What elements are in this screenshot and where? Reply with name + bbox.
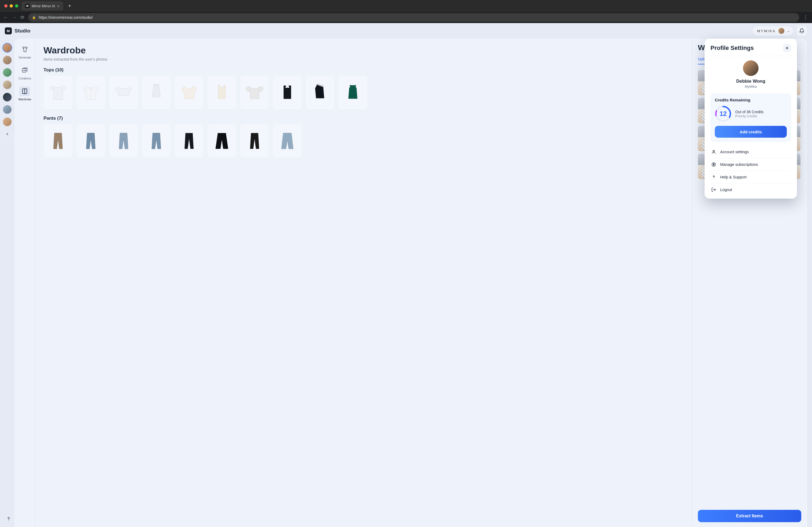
forward-icon[interactable]: → [12, 15, 17, 20]
shirt-sparkle-icon [19, 45, 30, 54]
nav-wardrobe[interactable]: Wardrobe [18, 86, 31, 101]
user-icon [711, 149, 716, 154]
wardrobe-item[interactable] [142, 124, 171, 158]
model-avatar[interactable] [3, 80, 12, 89]
wardrobe-item[interactable] [44, 124, 73, 158]
brand: M Studio [5, 27, 30, 34]
divider [709, 56, 792, 56]
one-shoulder-icon [309, 80, 331, 106]
wardrobe-item[interactable] [240, 124, 269, 158]
tab-close-icon[interactable]: × [57, 4, 60, 8]
credits-ring: 12 [715, 105, 731, 122]
minimize-window-icon[interactable] [10, 4, 13, 7]
nav-creations[interactable]: Creations [18, 65, 31, 80]
lock-icon: 🔒 [32, 16, 36, 19]
jeans-icon [79, 128, 102, 154]
window-controls[interactable] [3, 4, 18, 7]
browser-chrome: M Mirror Mirror AI × + ← → ⟳ 🔒 https://m… [0, 0, 812, 23]
credits-card: Credits Remaining 12 Out of 36 Credits P… [710, 93, 791, 142]
popover-header: Profile Settings [710, 44, 791, 52]
model-avatar[interactable] [3, 93, 12, 102]
wardrobe-item[interactable] [338, 76, 367, 110]
tank-top-icon [211, 80, 233, 106]
model-avatar[interactable] [3, 118, 12, 126]
svg-point-9 [713, 178, 714, 179]
side-nav: Generate Creations Wardrobe [14, 39, 35, 527]
logout-icon [711, 187, 716, 192]
page-title: Wardrobe [44, 45, 684, 56]
add-model-button[interactable]: + [3, 130, 12, 138]
close-window-icon[interactable] [4, 4, 8, 7]
section-pants: Pants (7) [44, 116, 684, 158]
wardrobe-item[interactable] [207, 76, 236, 110]
extract-items-button[interactable]: Extract Items [698, 510, 801, 522]
credits-title: Credits Remaining [715, 98, 787, 102]
wardrobe-item[interactable] [109, 76, 138, 110]
wardrobe-item[interactable] [175, 124, 204, 158]
app-topbar: M Studio MYMIKA ⌄ [0, 23, 812, 39]
wardrobe-item[interactable] [306, 76, 335, 110]
refresh-dollar-icon [711, 162, 716, 167]
wardrobe-item[interactable] [109, 124, 138, 158]
url-bar[interactable]: 🔒 https://mirrormirrorai.com/studio/ [28, 13, 799, 22]
wardrobe-icon [19, 86, 30, 96]
model-avatar[interactable] [3, 68, 12, 77]
menu-help-support[interactable]: Help & Support [710, 171, 791, 183]
pants-icon [211, 128, 233, 154]
account-badge-label: MYMIKA [757, 29, 776, 33]
wardrobe-item[interactable] [175, 76, 204, 110]
menu-label: Account settings [720, 150, 749, 154]
wardrobe-item[interactable] [240, 76, 269, 110]
brand-mark-icon: M [5, 27, 12, 34]
halter-top-icon [145, 80, 168, 106]
puff-sleeve-icon [243, 80, 266, 106]
help-floater[interactable]: ? [5, 515, 12, 523]
main-card: Generate Creations Wardrobe Wardrobe Ite… [14, 39, 807, 527]
new-tab-button[interactable]: + [66, 3, 73, 9]
profile-avatar [743, 60, 758, 76]
back-icon[interactable]: ← [3, 15, 8, 20]
wardrobe-item[interactable] [76, 76, 105, 110]
wardrobe-item[interactable] [76, 124, 105, 158]
chevron-down-icon: ⌄ [787, 29, 790, 33]
wardrobe-item[interactable] [273, 76, 302, 110]
account-switcher[interactable]: MYMIKA ⌄ [753, 26, 793, 36]
tab-strip: M Mirror Mirror AI × + [0, 0, 812, 12]
crop-top-icon [112, 80, 135, 106]
jeans-icon [276, 128, 299, 154]
wardrobe-item[interactable] [142, 76, 171, 110]
wardrobe-item[interactable] [44, 76, 73, 110]
blouse-icon [178, 80, 200, 106]
question-icon [711, 175, 716, 180]
sleeveless-top-icon [276, 80, 299, 106]
add-credits-button[interactable]: Add credits [715, 126, 787, 138]
model-avatar[interactable] [3, 44, 12, 52]
reload-icon[interactable]: ⟳ [20, 15, 25, 20]
menu-account-settings[interactable]: Account settings [710, 146, 791, 158]
browser-tab[interactable]: M Mirror Mirror AI × [21, 1, 63, 11]
menu-manage-subscriptions[interactable]: Manage subscriptions [710, 158, 791, 171]
profile-name: Debbie Wong [710, 79, 791, 84]
wardrobe-item[interactable] [273, 124, 302, 158]
model-avatar[interactable] [3, 56, 12, 64]
menu-logout[interactable]: Logout [710, 183, 791, 196]
nav-label: Creations [18, 77, 31, 80]
credits-type: Priority credits [735, 114, 764, 118]
close-button[interactable] [783, 44, 791, 52]
shirt-icon [79, 80, 102, 106]
credits-total: Out of 36 Credits [735, 110, 764, 114]
nav-generate[interactable]: Generate [19, 45, 31, 59]
wardrobe-item[interactable] [207, 124, 236, 158]
browser-menu-icon[interactable]: ⋮ [803, 14, 809, 21]
maximize-window-icon[interactable] [15, 4, 18, 7]
menu-label: Logout [720, 187, 732, 192]
topbar-right: MYMIKA ⌄ [753, 26, 807, 36]
profile-role: MyMika [710, 85, 791, 89]
tops-grid [44, 76, 684, 110]
model-avatar[interactable] [3, 105, 12, 114]
gallery-icon [19, 65, 30, 75]
menu-label: Help & Support [720, 175, 746, 179]
credits-text: Out of 36 Credits Priority credits [735, 110, 764, 118]
pants-grid [44, 124, 684, 158]
notifications-button[interactable] [796, 26, 807, 36]
